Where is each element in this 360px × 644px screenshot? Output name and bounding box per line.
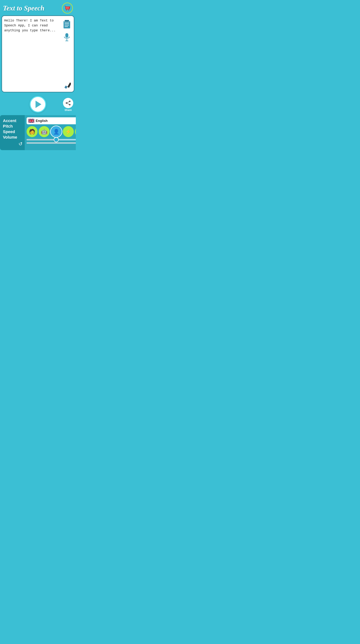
app-title: Text to Speech	[3, 4, 44, 12]
clipboard-button[interactable]	[62, 19, 72, 30]
reset-button[interactable]: ↺	[18, 141, 22, 147]
svg-line-20	[66, 102, 70, 103]
microphone-button[interactable]	[62, 32, 72, 43]
clipboard-icon	[63, 20, 71, 29]
microphone-icon	[63, 33, 71, 42]
pitch-fill	[26, 139, 56, 140]
play-icon	[35, 101, 41, 108]
speed-label: Speed	[3, 130, 22, 134]
svg-rect-12	[65, 33, 68, 38]
accent-panel: Accent Pitch Speed Volume ↺	[0, 115, 25, 150]
action-row: Share	[0, 94, 76, 115]
voice-panel: English ∧ 🧑 🤖 👤 ⚡ 👧	[25, 115, 76, 150]
text-input[interactable]: Hello There! I am Text to Speech App, I …	[4, 18, 61, 90]
brush-corner	[62, 80, 72, 90]
share-button[interactable]: Share	[63, 98, 73, 112]
voice-user-button[interactable]: 👤	[51, 126, 62, 137]
voice-pikachu-button[interactable]: ⚡	[63, 126, 74, 137]
share-label: Share	[65, 108, 72, 112]
svg-rect-8	[65, 20, 69, 22]
bottom-controls: Accent Pitch Speed Volume ↺ English ∧ 🧑	[0, 115, 76, 150]
text-area-container: Hello There! I am Text to Speech App, I …	[1, 16, 74, 92]
right-icon-panel	[61, 18, 72, 90]
pitch-slider[interactable]	[26, 139, 76, 140]
play-button[interactable]	[30, 96, 46, 112]
voice-girl-button[interactable]: 👧	[75, 126, 76, 137]
share-circle	[63, 98, 73, 108]
cart-icon	[64, 5, 71, 11]
volume-slider[interactable]	[26, 142, 76, 144]
volume-slider-row	[26, 142, 76, 144]
pitch-slider-row	[26, 139, 76, 140]
accent-label: Accent	[3, 118, 22, 123]
share-icon	[65, 100, 71, 106]
svg-line-21	[66, 103, 70, 105]
voice-robot-button[interactable]: 🤖	[39, 126, 50, 137]
volume-label: Volume	[3, 135, 22, 140]
pitch-label: Pitch	[3, 124, 22, 129]
cart-button[interactable]	[62, 2, 73, 14]
language-selector[interactable]: English ∧	[26, 117, 76, 124]
svg-point-2	[68, 10, 69, 10]
voice-avatars: 🧑 🤖 👤 ⚡ 👧	[26, 126, 76, 137]
voice-boy-button[interactable]: 🧑	[26, 126, 37, 137]
reset-row: ↺	[3, 141, 22, 147]
svg-rect-16	[64, 86, 68, 89]
pitch-thumb[interactable]	[54, 137, 59, 142]
volume-fill	[26, 142, 76, 144]
svg-point-1	[66, 10, 67, 10]
uk-flag-icon	[28, 119, 34, 123]
language-text: English	[36, 119, 76, 123]
app-header: Text to Speech	[0, 0, 76, 16]
brush-icon	[63, 81, 71, 89]
brush-button[interactable]	[62, 80, 72, 90]
svg-rect-15	[67, 82, 71, 88]
